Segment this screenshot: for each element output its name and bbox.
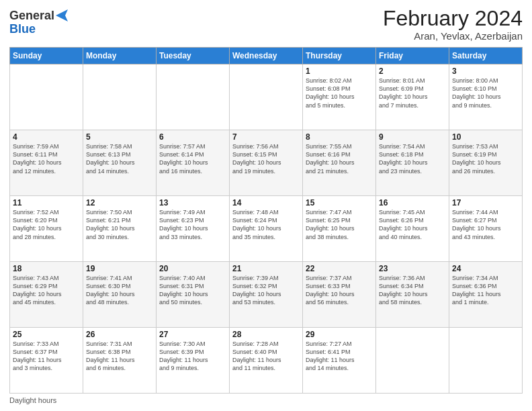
day-cell: 24Sunrise: 7:34 AM Sunset: 6:36 PM Dayli… bbox=[449, 262, 523, 328]
logo-blue: Blue bbox=[9, 23, 68, 36]
day-number: 9 bbox=[379, 132, 446, 142]
day-number: 6 bbox=[159, 132, 226, 142]
col-header-sunday: Sunday bbox=[10, 48, 83, 64]
day-number: 21 bbox=[232, 264, 300, 273]
calendar-body: 1Sunrise: 8:02 AM Sunset: 6:08 PM Daylig… bbox=[10, 64, 523, 394]
day-cell: 6Sunrise: 7:57 AM Sunset: 6:14 PM Daylig… bbox=[157, 130, 230, 196]
day-number: 7 bbox=[232, 132, 300, 142]
day-cell bbox=[157, 64, 230, 130]
day-cell: 12Sunrise: 7:50 AM Sunset: 6:21 PM Dayli… bbox=[83, 196, 157, 262]
week-row-2: 4Sunrise: 7:59 AM Sunset: 6:11 PM Daylig… bbox=[10, 130, 523, 196]
day-number: 14 bbox=[232, 198, 300, 208]
day-number: 27 bbox=[159, 330, 226, 339]
day-info: Sunrise: 7:45 AM Sunset: 6:26 PM Dayligh… bbox=[379, 208, 446, 241]
day-cell: 16Sunrise: 7:45 AM Sunset: 6:26 PM Dayli… bbox=[376, 196, 449, 262]
header: General Blue February 2024 Aran, Yevlax,… bbox=[9, 7, 523, 42]
day-cell: 4Sunrise: 7:59 AM Sunset: 6:11 PM Daylig… bbox=[10, 130, 83, 196]
day-info: Sunrise: 7:34 AM Sunset: 6:36 PM Dayligh… bbox=[452, 274, 519, 307]
day-info: Sunrise: 7:36 AM Sunset: 6:34 PM Dayligh… bbox=[379, 274, 446, 307]
footer-note: Daylight hours bbox=[9, 396, 523, 404]
day-cell bbox=[83, 64, 157, 130]
week-row-4: 18Sunrise: 7:43 AM Sunset: 6:29 PM Dayli… bbox=[10, 262, 523, 328]
day-number: 25 bbox=[13, 330, 80, 339]
logo-bird-icon bbox=[56, 8, 68, 23]
day-info: Sunrise: 7:28 AM Sunset: 6:40 PM Dayligh… bbox=[232, 340, 300, 373]
day-info: Sunrise: 7:48 AM Sunset: 6:24 PM Dayligh… bbox=[232, 208, 300, 241]
day-info: Sunrise: 7:40 AM Sunset: 6:31 PM Dayligh… bbox=[159, 274, 226, 307]
footer-text: Daylight hours bbox=[9, 396, 56, 404]
day-cell: 2Sunrise: 8:01 AM Sunset: 6:09 PM Daylig… bbox=[376, 64, 449, 130]
day-number: 2 bbox=[379, 66, 446, 76]
day-info: Sunrise: 7:52 AM Sunset: 6:20 PM Dayligh… bbox=[13, 208, 80, 241]
day-cell bbox=[230, 64, 303, 130]
col-header-wednesday: Wednesday bbox=[230, 48, 303, 64]
day-info: Sunrise: 7:54 AM Sunset: 6:18 PM Dayligh… bbox=[379, 142, 446, 175]
day-cell: 10Sunrise: 7:53 AM Sunset: 6:19 PM Dayli… bbox=[449, 130, 523, 196]
day-number: 18 bbox=[13, 264, 80, 273]
day-number: 15 bbox=[306, 198, 373, 208]
day-cell: 22Sunrise: 7:37 AM Sunset: 6:33 PM Dayli… bbox=[303, 262, 376, 328]
day-cell bbox=[376, 328, 449, 394]
day-number: 11 bbox=[13, 198, 80, 208]
day-cell: 13Sunrise: 7:49 AM Sunset: 6:23 PM Dayli… bbox=[157, 196, 230, 262]
col-header-tuesday: Tuesday bbox=[157, 48, 230, 64]
day-number: 23 bbox=[379, 264, 446, 273]
day-cell: 11Sunrise: 7:52 AM Sunset: 6:20 PM Dayli… bbox=[10, 196, 83, 262]
day-number: 22 bbox=[306, 264, 373, 273]
day-info: Sunrise: 8:00 AM Sunset: 6:10 PM Dayligh… bbox=[452, 77, 519, 109]
calendar-table: SundayMondayTuesdayWednesdayThursdayFrid… bbox=[9, 47, 523, 394]
day-number: 10 bbox=[452, 132, 519, 142]
day-number: 26 bbox=[86, 330, 153, 339]
day-info: Sunrise: 7:43 AM Sunset: 6:29 PM Dayligh… bbox=[13, 274, 80, 307]
day-number: 24 bbox=[452, 264, 519, 273]
logo-general: General bbox=[9, 9, 54, 23]
week-row-3: 11Sunrise: 7:52 AM Sunset: 6:20 PM Dayli… bbox=[10, 196, 523, 262]
day-cell: 14Sunrise: 7:48 AM Sunset: 6:24 PM Dayli… bbox=[230, 196, 303, 262]
day-number: 16 bbox=[379, 198, 446, 208]
day-cell: 29Sunrise: 7:27 AM Sunset: 6:41 PM Dayli… bbox=[303, 328, 376, 394]
day-number: 4 bbox=[13, 132, 80, 142]
day-number: 13 bbox=[159, 198, 226, 208]
day-info: Sunrise: 7:53 AM Sunset: 6:19 PM Dayligh… bbox=[452, 142, 519, 175]
day-number: 28 bbox=[232, 330, 300, 339]
day-info: Sunrise: 7:44 AM Sunset: 6:27 PM Dayligh… bbox=[452, 208, 519, 241]
day-cell: 20Sunrise: 7:40 AM Sunset: 6:31 PM Dayli… bbox=[157, 262, 230, 328]
day-cell: 21Sunrise: 7:39 AM Sunset: 6:32 PM Dayli… bbox=[230, 262, 303, 328]
day-number: 19 bbox=[86, 264, 153, 273]
day-info: Sunrise: 7:47 AM Sunset: 6:25 PM Dayligh… bbox=[306, 208, 373, 241]
day-cell: 23Sunrise: 7:36 AM Sunset: 6:34 PM Dayli… bbox=[376, 262, 449, 328]
day-number: 12 bbox=[86, 198, 153, 208]
title-block: February 2024 Aran, Yevlax, Azerbaijan bbox=[383, 7, 523, 42]
svg-marker-0 bbox=[56, 9, 68, 21]
day-info: Sunrise: 7:27 AM Sunset: 6:41 PM Dayligh… bbox=[306, 340, 373, 373]
day-cell: 18Sunrise: 7:43 AM Sunset: 6:29 PM Dayli… bbox=[10, 262, 83, 328]
day-cell: 1Sunrise: 8:02 AM Sunset: 6:08 PM Daylig… bbox=[303, 64, 376, 130]
day-cell: 25Sunrise: 7:33 AM Sunset: 6:37 PM Dayli… bbox=[10, 328, 83, 394]
day-cell: 15Sunrise: 7:47 AM Sunset: 6:25 PM Dayli… bbox=[303, 196, 376, 262]
day-cell: 27Sunrise: 7:30 AM Sunset: 6:39 PM Dayli… bbox=[157, 328, 230, 394]
day-number: 20 bbox=[159, 264, 226, 273]
day-cell: 9Sunrise: 7:54 AM Sunset: 6:18 PM Daylig… bbox=[376, 130, 449, 196]
subtitle: Aran, Yevlax, Azerbaijan bbox=[383, 30, 523, 42]
day-number: 5 bbox=[86, 132, 153, 142]
day-number: 3 bbox=[452, 66, 519, 76]
day-cell bbox=[10, 64, 83, 130]
day-info: Sunrise: 7:39 AM Sunset: 6:32 PM Dayligh… bbox=[232, 274, 300, 307]
main-title: February 2024 bbox=[383, 7, 523, 30]
day-info: Sunrise: 8:02 AM Sunset: 6:08 PM Dayligh… bbox=[306, 77, 373, 109]
day-cell: 19Sunrise: 7:41 AM Sunset: 6:30 PM Dayli… bbox=[83, 262, 157, 328]
day-cell: 28Sunrise: 7:28 AM Sunset: 6:40 PM Dayli… bbox=[230, 328, 303, 394]
col-header-friday: Friday bbox=[376, 48, 449, 64]
day-info: Sunrise: 7:30 AM Sunset: 6:39 PM Dayligh… bbox=[159, 340, 226, 373]
calendar-header-row: SundayMondayTuesdayWednesdayThursdayFrid… bbox=[10, 48, 523, 64]
day-info: Sunrise: 8:01 AM Sunset: 6:09 PM Dayligh… bbox=[379, 77, 446, 109]
day-number: 29 bbox=[306, 330, 373, 339]
day-info: Sunrise: 7:50 AM Sunset: 6:21 PM Dayligh… bbox=[86, 208, 153, 241]
col-header-monday: Monday bbox=[83, 48, 157, 64]
day-info: Sunrise: 7:33 AM Sunset: 6:37 PM Dayligh… bbox=[13, 340, 80, 373]
day-cell: 3Sunrise: 8:00 AM Sunset: 6:10 PM Daylig… bbox=[449, 64, 523, 130]
day-info: Sunrise: 7:59 AM Sunset: 6:11 PM Dayligh… bbox=[13, 142, 80, 175]
week-row-5: 25Sunrise: 7:33 AM Sunset: 6:37 PM Dayli… bbox=[10, 328, 523, 394]
day-info: Sunrise: 7:57 AM Sunset: 6:14 PM Dayligh… bbox=[159, 142, 226, 175]
day-cell: 7Sunrise: 7:56 AM Sunset: 6:15 PM Daylig… bbox=[230, 130, 303, 196]
